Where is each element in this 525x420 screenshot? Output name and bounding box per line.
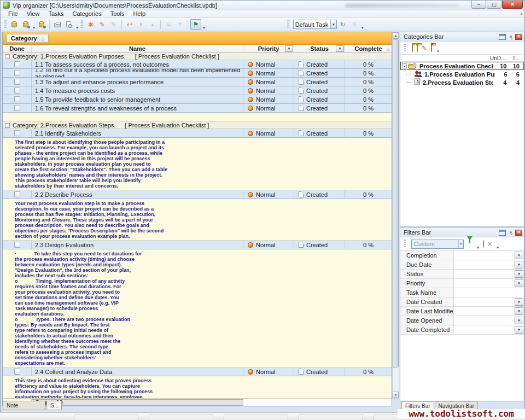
task-done-checkbox[interactable] [14,70,20,76]
new-task-button[interactable]: ✱ [85,19,96,30]
filter-dropdown-button[interactable]: ▼ [515,261,523,269]
clear-view-button[interactable]: ✕ [349,19,360,30]
task-priority-cell[interactable]: Normal [243,368,294,376]
column-header-status[interactable]: Status▼ [294,45,345,52]
menu-categories[interactable]: Categories [68,10,106,18]
task-status-cell[interactable]: Created [294,95,345,103]
task-priority-cell[interactable]: Normal [243,104,294,112]
task-complete-cell[interactable]: 0 % [345,86,392,95]
move-down-button[interactable]: ▼ [136,19,147,30]
task-priority-cell[interactable]: Normal [243,86,294,95]
filter-preset-combo[interactable]: Custom ▼ [411,240,464,249]
filters-toolbar-overflow[interactable]: ▼ [496,246,499,250]
task-done-checkbox[interactable] [14,191,20,197]
task-status-cell[interactable]: Created [294,78,345,86]
task-name-cell[interactable]: 1.4 To measure process costs [32,86,243,95]
close-button[interactable]: ✕ [502,1,523,9]
close-panel-icon[interactable]: ✕ [515,34,522,40]
edit-task-button[interactable]: ✎ [97,19,108,30]
dock-icon[interactable] [499,230,506,236]
filter-value[interactable]: ▼ [454,279,524,288]
open-database-dropdown[interactable]: ▼ [32,26,36,31]
task-status-cell[interactable]: Created [294,86,345,95]
task-complete-cell[interactable]: 0 % [345,60,392,68]
task-status-cell[interactable]: Created [294,190,345,199]
save-database-button[interactable] [36,19,47,30]
pin-icon[interactable] [507,230,514,236]
menu-tools[interactable]: Tools [106,10,129,18]
category-group-row[interactable]: -Category: 1.Process Evaluation Purposes… [3,53,392,60]
combo-arrow-icon[interactable]: ▼ [330,20,336,28]
task-row[interactable]: 1.2 To find out if a specified process e… [3,69,392,78]
task-row[interactable]: 1.4 To measure process costsNormalCreate… [3,86,392,95]
task-name-cell[interactable]: 1.1 To assess success of a process, not … [32,60,243,68]
collapse-icon[interactable]: - [5,54,10,59]
column-header-name[interactable]: Name [32,45,243,52]
task-priority-cell[interactable]: Normal [243,69,294,77]
print-button[interactable] [52,19,63,30]
vertical-scrollbar[interactable]: ▲ ▼ [392,32,399,399]
task-complete-cell[interactable]: 0 % [345,78,392,86]
title-bar[interactable]: Vip organizer [C:\Users\dmitry\Documents… [1,1,524,10]
filter-dropdown[interactable]: ▼ [202,26,206,31]
menu-tasks[interactable]: Tasks [44,10,68,18]
task-status-cell[interactable]: Created [294,241,345,249]
column-undone[interactable]: UnD... [490,55,509,61]
task-name-cell[interactable]: 1.3 To adjust and enhance process perfor… [32,78,243,86]
filter-dropdown-button[interactable]: ▼ [515,326,523,334]
print-dropdown[interactable]: ▼ [75,26,79,31]
filter-dropdown-button[interactable]: ▼ [515,279,523,287]
task-row[interactable]: 1.5 To provide feedback to senior manage… [3,95,392,104]
filter-value[interactable]: ▼ [454,260,524,269]
filter-dropdown-button[interactable]: ▼ [515,270,523,278]
task-row[interactable]: 2.2 Describe ProcessNormalCreated0 % [3,190,392,199]
task-complete-cell[interactable]: 0 % [345,69,392,77]
task-complete-cell[interactable]: 0 % [345,190,392,199]
pin-icon[interactable] [507,34,514,40]
column-total[interactable]: T... [509,55,524,61]
delete-task-button[interactable]: ✎ [108,19,119,30]
move-up-button[interactable]: ▲ [147,19,158,30]
task-priority-cell[interactable]: Normal [243,129,294,137]
task-priority-cell[interactable]: Normal [243,190,294,199]
move-top-button[interactable]: ⇈ [174,19,185,30]
filter-dropdown-button[interactable]: ▼ [515,307,523,315]
filter-value[interactable]: ▼ [454,251,524,260]
task-priority-cell[interactable]: Normal [243,95,294,103]
edit-category-button[interactable]: ✎ [422,44,427,52]
task-status-cell[interactable]: Created [294,69,345,77]
scrollbar-thumb[interactable] [393,39,399,368]
filter-value[interactable]: ▼ [454,270,524,278]
task-status-cell[interactable]: Created [294,368,345,376]
apply-filter-dropdown[interactable]: ▼ [476,246,480,250]
task-name-cell[interactable]: 2.3 Design Evaluation [32,241,243,249]
menu-file[interactable]: File [4,10,22,18]
task-priority-cell[interactable]: Normal [243,60,294,68]
close-panel-icon[interactable]: ✕ [515,230,522,236]
task-name-cell[interactable]: 2.2 Describe Process [32,190,243,199]
task-priority-cell[interactable]: Normal [243,78,294,86]
task-name-cell[interactable]: 2.4 Collect and Analyze Data [32,368,243,376]
column-header-complete[interactable]: Complete△ [345,45,392,52]
filter-button[interactable]: ⚑ [190,19,201,30]
apply-view-button[interactable]: ↻ [337,19,348,30]
task-row[interactable]: 2.1 Identify StakeholdersNormalCreated0 … [3,129,392,138]
filter-dropdown-button[interactable]: ▼ [515,298,523,306]
column-header-priority[interactable]: Priority▼ [243,45,294,52]
task-view-combo[interactable]: Default Task V ▼ [293,20,337,29]
task-row[interactable]: 2.3 Design EvaluationNormalCreated0 % [3,241,392,249]
collapse-icon[interactable]: - [402,63,407,68]
tree-item[interactable]: 1.Process Evaluation Purpose66 [400,70,524,78]
task-done-checkbox[interactable] [14,88,20,94]
task-row[interactable]: 1.6 To reveal strengths and weaknesses o… [3,104,392,113]
filter-value[interactable]: ▼ [454,298,524,306]
apply-filter-button[interactable] [467,241,472,247]
tree-item[interactable]: 2.Process Evaluation Steps.44 [400,78,524,86]
task-row[interactable]: 1.1 To assess success of a process, not … [3,60,392,69]
task-complete-cell[interactable]: 0 % [345,129,392,137]
task-done-checkbox[interactable] [14,369,20,375]
combo-arrow-icon[interactable]: ▼ [458,240,463,248]
tab-note[interactable]: Note [3,401,45,410]
menu-view[interactable]: View [22,10,44,18]
status-filter-dropdown[interactable]: ▼ [336,45,344,52]
